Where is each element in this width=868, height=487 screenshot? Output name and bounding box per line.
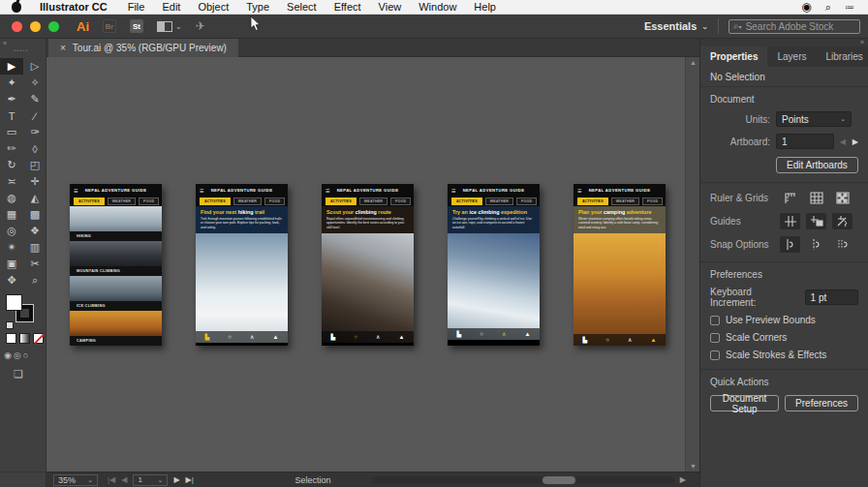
- workspace-switcher[interactable]: Essentials ⌄: [644, 20, 708, 32]
- show-guides-icon[interactable]: [780, 213, 800, 229]
- expand-panels-icon[interactable]: »: [860, 39, 864, 46]
- share-icon[interactable]: ✈: [196, 19, 205, 33]
- preferences-button[interactable]: Preferences: [785, 395, 858, 411]
- free-transform-tool[interactable]: ◰: [23, 157, 46, 173]
- gradient-tool[interactable]: ▩: [23, 206, 46, 223]
- eraser-tool[interactable]: ◊: [23, 140, 46, 157]
- show-grid-icon[interactable]: [806, 190, 826, 206]
- adobe-stock-search-input[interactable]: ⌕▾ Search Adobe Stock: [728, 19, 860, 34]
- width-tool[interactable]: ≍: [0, 173, 23, 190]
- tab-layers[interactable]: Layers: [767, 46, 816, 67]
- creative-cloud-icon[interactable]: ◉: [801, 0, 811, 14]
- menu-type[interactable]: Type: [237, 0, 278, 15]
- hand-tool[interactable]: ✥: [0, 272, 23, 289]
- pen-tool[interactable]: ✒: [0, 91, 23, 107]
- gradient-button[interactable]: [19, 333, 30, 344]
- mesh-tool[interactable]: ▦: [0, 206, 23, 223]
- edit-artboards-button[interactable]: Edit Artboards: [776, 157, 858, 173]
- zoom-tool[interactable]: ⌕: [23, 272, 46, 289]
- artboard-5-camping[interactable]: ☰ NEPAL ADVENTURE GUIDE ACTIVITIES WEATH…: [574, 184, 666, 346]
- last-artboard-icon[interactable]: ▶|: [186, 475, 194, 484]
- default-fill-stroke-icon[interactable]: [6, 321, 14, 329]
- search-icon[interactable]: ⌕: [825, 1, 831, 14]
- artboard-2-hiking[interactable]: ☰ NEPAL ADVENTURE GUIDE ACTIVITIES WEATH…: [196, 184, 288, 346]
- previous-artboard-icon[interactable]: ◀: [840, 137, 846, 146]
- zoom-level-dropdown[interactable]: 35% ⌄: [53, 474, 98, 486]
- scroll-right-icon[interactable]: ▶: [680, 475, 686, 484]
- line-segment-tool[interactable]: ∕: [23, 107, 46, 124]
- lock-guides-icon[interactable]: [806, 213, 826, 229]
- artboard-1-activities-menu[interactable]: ☰ NEPAL ADVENTURE GUIDE ACTIVITIES WEATH…: [70, 184, 162, 346]
- collapse-panel-icon[interactable]: «: [3, 40, 7, 46]
- show-transparency-grid-icon[interactable]: [832, 190, 852, 206]
- snap-to-pixel-icon[interactable]: [832, 236, 852, 253]
- panel-grip-icon[interactable]: •••••: [14, 47, 29, 53]
- menu-app-name[interactable]: Illustrator CC: [31, 0, 119, 15]
- magic-wand-tool[interactable]: ✦: [0, 75, 23, 91]
- shaper-tool[interactable]: ✏: [0, 140, 23, 157]
- window-zoom-button[interactable]: [48, 21, 59, 32]
- scroll-up-icon[interactable]: ▲: [690, 59, 697, 66]
- next-artboard-icon[interactable]: ▶: [173, 475, 179, 484]
- menu-view[interactable]: View: [370, 0, 411, 15]
- fill-swatch[interactable]: [6, 294, 22, 311]
- control-center-icon[interactable]: ≔: [845, 2, 854, 13]
- tab-libraries[interactable]: Libraries: [816, 46, 868, 67]
- curvature-tool[interactable]: ✎: [23, 91, 46, 107]
- menu-edit[interactable]: Edit: [153, 0, 189, 15]
- bridge-button[interactable]: Br: [103, 19, 116, 33]
- artboard-number-field[interactable]: 1: [776, 134, 834, 149]
- close-icon[interactable]: ×: [60, 43, 66, 53]
- document-tab[interactable]: × Tour.ai @ 35% (RGB/GPU Preview): [48, 39, 238, 57]
- draw-normal-icon[interactable]: ◉: [4, 350, 12, 360]
- artboard-navigation-dropdown[interactable]: 1 ⌄: [133, 474, 168, 486]
- screen-mode-icon[interactable]: ❏: [14, 368, 23, 380]
- document-setup-button[interactable]: Document Setup: [710, 395, 779, 411]
- puppet-warp-tool[interactable]: ✛: [23, 173, 46, 190]
- menu-object[interactable]: Object: [189, 0, 237, 15]
- smart-guides-icon[interactable]: [832, 213, 852, 229]
- scale-corners-checkbox[interactable]: [710, 333, 720, 343]
- window-close-button[interactable]: [12, 21, 22, 32]
- shape-builder-tool[interactable]: ◍: [0, 190, 23, 206]
- show-rulers-icon[interactable]: [780, 190, 800, 206]
- first-artboard-icon[interactable]: |◀: [108, 475, 115, 484]
- keyboard-increment-field[interactable]: 1 pt: [805, 289, 858, 305]
- draw-inside-icon[interactable]: ○: [23, 350, 28, 360]
- menu-effect[interactable]: Effect: [326, 0, 370, 15]
- menu-help[interactable]: Help: [465, 0, 505, 15]
- lasso-tool[interactable]: ✧: [23, 75, 46, 91]
- artboard-3-climbing[interactable]: ☰ NEPAL ADVENTURE GUIDE ACTIVITIES WEATH…: [322, 184, 414, 346]
- menu-select[interactable]: Select: [278, 0, 326, 15]
- rotate-tool[interactable]: ↻: [0, 157, 23, 173]
- horizontal-scroll-thumb[interactable]: [542, 476, 575, 484]
- snap-to-grid-icon[interactable]: [806, 236, 826, 253]
- symbol-sprayer-tool[interactable]: ✴: [0, 239, 23, 256]
- apple-menu-icon[interactable]: [12, 2, 21, 13]
- type-tool[interactable]: T: [0, 107, 23, 124]
- menu-window[interactable]: Window: [410, 0, 465, 15]
- use-preview-bounds-checkbox[interactable]: [710, 316, 720, 325]
- scroll-down-icon[interactable]: ▼: [690, 463, 697, 470]
- tab-properties[interactable]: Properties: [700, 46, 767, 67]
- scale-strokes-effects-checkbox[interactable]: [710, 350, 720, 360]
- arrange-documents-icon[interactable]: [157, 21, 172, 32]
- paintbrush-tool[interactable]: ✑: [23, 124, 46, 140]
- draw-behind-icon[interactable]: ◎: [14, 350, 21, 360]
- column-graph-tool[interactable]: ▥: [23, 239, 46, 256]
- perspective-grid-tool[interactable]: ◭: [23, 190, 46, 206]
- adobe-stock-button[interactable]: St: [130, 19, 143, 33]
- eyedropper-tool[interactable]: ◎: [0, 223, 23, 239]
- vertical-scrollbar[interactable]: ▲ ▼: [685, 57, 699, 472]
- selection-tool[interactable]: ▶: [0, 58, 23, 75]
- next-artboard-icon[interactable]: ▶: [852, 137, 858, 146]
- color-button[interactable]: [6, 333, 16, 344]
- previous-artboard-icon[interactable]: ◀: [121, 475, 127, 484]
- snap-to-point-icon[interactable]: [780, 236, 800, 253]
- artboard-4-ice-climbing[interactable]: ☰ NEPAL ADVENTURE GUIDE ACTIVITIES WEATH…: [448, 184, 540, 346]
- menu-file[interactable]: File: [119, 0, 154, 15]
- artboard-tool[interactable]: ▣: [0, 256, 23, 272]
- horizontal-scrollbar[interactable]: [372, 476, 674, 484]
- blend-tool[interactable]: ❖: [23, 223, 46, 239]
- slice-tool[interactable]: ✂: [23, 256, 46, 272]
